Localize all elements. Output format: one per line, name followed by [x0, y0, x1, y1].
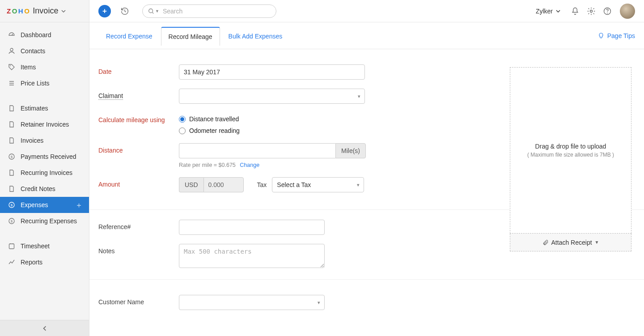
main: Record Expense Record Mileage Bulk Add E…: [89, 22, 644, 336]
radio-distance-travelled[interactable]: Distance travelled: [179, 115, 240, 123]
sidebar-item-label: Contacts: [21, 47, 45, 55]
notes-textarea[interactable]: [179, 244, 325, 268]
sidebar: ZOHO Invoice Dashboard Contacts Items Pr…: [0, 0, 89, 336]
sidebar-item-recurring-expenses[interactable]: $ Recurring Expenses: [0, 213, 89, 229]
tax-select[interactable]: Select a Tax: [272, 177, 364, 192]
dropzone-title: Drag & drop file to upload: [535, 143, 606, 150]
topbar: + ▼ Zylker: [89, 0, 644, 22]
dollar-icon: $: [7, 153, 16, 160]
sidebar-item-timesheet[interactable]: Timesheet: [0, 238, 89, 254]
tab-bulk-add-expenses[interactable]: Bulk Add Expenses: [221, 27, 290, 45]
svg-point-10: [590, 10, 593, 12]
doc-icon: [7, 121, 16, 128]
sidebar-item-payments-received[interactable]: $ Payments Received: [0, 149, 89, 165]
tax-label: Tax: [257, 181, 267, 188]
gauge-icon: [7, 31, 16, 38]
sidebar-item-label: Recurring Invoices: [21, 169, 72, 176]
sidebar-item-expenses[interactable]: $ Expenses ＋: [0, 197, 89, 213]
dropzone[interactable]: Drag & drop file to upload ( Maximum fil…: [510, 67, 631, 234]
collapse-sidebar-button[interactable]: [0, 320, 89, 336]
svg-text:$: $: [11, 203, 13, 207]
distance-label: Distance: [98, 143, 179, 154]
sidebar-item-invoices[interactable]: Invoices: [0, 132, 89, 149]
attach-panel: Drag & drop file to upload ( Maximum fil…: [510, 67, 631, 251]
sidebar-item-recurring-invoices[interactable]: Recurring Invoices: [0, 165, 89, 181]
tabbar: Record Expense Record Mileage Bulk Add E…: [89, 22, 644, 49]
sidebar-item-items[interactable]: Items: [0, 59, 89, 75]
change-rate-link[interactable]: Change: [240, 162, 259, 168]
sidebar-item-reports[interactable]: Reports: [0, 254, 89, 270]
list-icon: [7, 80, 16, 87]
dollar-icon: $: [7, 217, 16, 225]
claimant-label: Claimant: [98, 89, 179, 99]
sidebar-item-label: Dashboard: [21, 31, 51, 38]
attach-receipt-button[interactable]: Attach Receipt ▼: [510, 234, 631, 251]
tab-record-mileage[interactable]: Record Mileage: [161, 27, 220, 46]
clock-icon: [7, 242, 16, 250]
sidebar-item-credit-notes[interactable]: Credit Notes: [0, 181, 89, 197]
dropzone-subtitle: ( Maximum file size allowed is 7MB ): [527, 152, 614, 158]
svg-point-0: [10, 48, 13, 51]
sidebar-item-label: Reports: [21, 259, 42, 266]
org-name: Zylker: [536, 8, 553, 15]
reference-input[interactable]: [179, 220, 325, 235]
radio-label: Distance travelled: [189, 115, 239, 123]
svg-point-12: [607, 13, 608, 13]
rate-hint-text: Rate per mile = $0.675: [179, 162, 236, 168]
caret-down-icon: ▼: [595, 240, 599, 245]
radio-label: Odometer reading: [189, 127, 240, 134]
sidebar-item-label: Payments Received: [21, 153, 76, 160]
sidebar-item-estimates[interactable]: Estimates: [0, 100, 89, 116]
customer-name-select[interactable]: [179, 295, 325, 310]
org-switcher[interactable]: Zylker: [536, 8, 561, 15]
sidebar-item-label: Expenses: [21, 201, 48, 208]
history-icon[interactable]: [120, 6, 130, 16]
radio-odometer-reading[interactable]: Odometer reading: [179, 127, 240, 134]
date-label: Date: [98, 64, 179, 75]
tab-record-expense[interactable]: Record Expense: [98, 27, 160, 45]
sidebar-item-label: Price Lists: [21, 80, 50, 87]
svg-text:$: $: [11, 219, 13, 223]
bell-icon[interactable]: [567, 4, 583, 18]
attach-receipt-label: Attach Receipt: [551, 239, 592, 246]
brand[interactable]: ZOHO Invoice: [0, 0, 89, 22]
tag-icon: [7, 64, 16, 71]
gear-icon[interactable]: [583, 4, 599, 18]
avatar[interactable]: [620, 4, 635, 19]
sidebar-item-retainer-invoices[interactable]: Retainer Invoices: [0, 116, 89, 132]
radio-input[interactable]: [179, 116, 186, 123]
chevron-down-icon: ▼: [155, 9, 159, 13]
sidebar-item-label: Recurring Expenses: [21, 217, 77, 225]
chart-icon: [7, 259, 16, 266]
chevron-down-icon: [61, 9, 66, 14]
sidebar-item-dashboard[interactable]: Dashboard: [0, 27, 89, 43]
claimant-select[interactable]: [179, 89, 365, 104]
chevron-down-icon: [555, 9, 561, 14]
sidebar-item-contacts[interactable]: Contacts: [0, 43, 89, 59]
svg-point-9: [149, 9, 153, 13]
distance-unit: Mile(s): [335, 143, 366, 158]
bulb-icon: [597, 32, 605, 39]
dollar-icon: $: [7, 201, 16, 208]
search-container[interactable]: ▼: [142, 4, 276, 18]
calc-method-label: Calculate mileage using: [98, 113, 179, 123]
doc-icon: [7, 137, 16, 144]
svg-text:$: $: [11, 155, 13, 159]
date-input[interactable]: [179, 64, 365, 80]
distance-input[interactable]: [179, 143, 335, 158]
sidebar-item-label: Invoices: [21, 137, 43, 144]
zoho-logo: ZOHO: [6, 7, 30, 15]
quick-add-button[interactable]: +: [98, 5, 111, 17]
plus-icon[interactable]: ＋: [75, 200, 83, 210]
search-input[interactable]: [163, 8, 271, 15]
chevron-left-icon: [42, 325, 48, 332]
doc-icon: [7, 169, 16, 176]
customer-name-label: Customer Name: [98, 295, 179, 306]
sidebar-nav: Dashboard Contacts Items Price Lists Est…: [0, 22, 89, 320]
page-tips-label: Page Tips: [607, 32, 635, 39]
page-tips-link[interactable]: Page Tips: [597, 32, 635, 39]
sidebar-item-price-lists[interactable]: Price Lists: [0, 75, 89, 91]
help-icon[interactable]: [599, 4, 615, 18]
search-mode-icon[interactable]: [148, 8, 154, 14]
radio-input[interactable]: [179, 128, 186, 134]
